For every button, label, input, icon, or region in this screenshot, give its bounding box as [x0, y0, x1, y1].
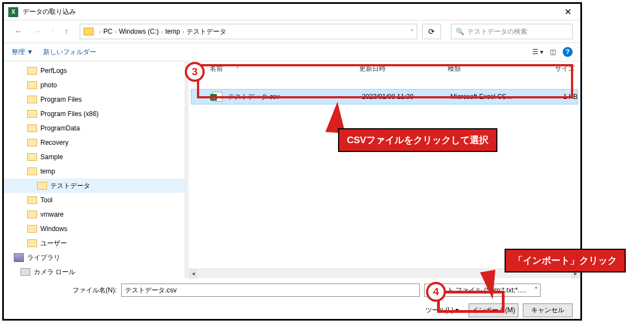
- chevron-right-icon: ›: [115, 28, 117, 35]
- up-button[interactable]: ↑: [62, 25, 71, 38]
- folder-icon: [27, 110, 37, 118]
- tree-item: vmware: [4, 207, 185, 222]
- breadcrumb-dropdown[interactable]: ˅: [411, 29, 413, 35]
- tree-item: Program Files: [4, 92, 185, 107]
- breadcrumb[interactable]: › PC › Windows (C:) › temp › テストデータ ˅: [80, 24, 417, 39]
- chevron-right-icon: ›: [99, 28, 101, 35]
- help-button[interactable]: ?: [563, 47, 573, 57]
- tree-item-cameraroll: カメラ ロール: [4, 265, 185, 278]
- tree-item: Windows: [4, 222, 185, 236]
- tree-item: PerfLogs: [4, 64, 185, 78]
- folder-icon: [27, 96, 37, 103]
- tree-item-selected: テストデータ: [4, 179, 185, 193]
- recent-dropdown[interactable]: ˅: [49, 28, 56, 36]
- tree-item: Program Files (x86): [4, 107, 185, 121]
- tree-item: photo: [4, 78, 185, 92]
- tree-item-libraries: ライブラリ: [4, 250, 185, 265]
- filename-input[interactable]: [121, 284, 420, 297]
- tree-item: ProgramData: [4, 121, 185, 135]
- back-button[interactable]: ←: [12, 25, 25, 38]
- camera-icon: [20, 268, 30, 276]
- breadcrumb-item[interactable]: テストデータ: [186, 27, 226, 36]
- folder-icon: [27, 139, 37, 146]
- breadcrumb-item[interactable]: Windows (C:): [119, 28, 159, 35]
- forward-button[interactable]: →: [30, 25, 44, 38]
- search-input[interactable]: 🔍 テストデータの検索: [451, 24, 573, 39]
- search-icon: 🔍: [456, 28, 464, 35]
- organize-menu[interactable]: 整理 ▼: [12, 48, 33, 57]
- navigation-bar: ← → ˅ ↑ › PC › Windows (C:) › temp › テスト…: [4, 20, 580, 43]
- folder-icon: [27, 225, 37, 233]
- folder-icon: [27, 81, 37, 89]
- tree-item: Sample: [4, 150, 185, 164]
- toolbar: 整理 ▼ 新しいフォルダー ☰ ▾ ◫ ?: [4, 43, 580, 61]
- folder-icon: [27, 167, 37, 175]
- search-placeholder: テストデータの検索: [468, 27, 527, 36]
- folder-tree[interactable]: PerfLogs photo Program Files Program Fil…: [4, 61, 185, 278]
- step-badge-3: 3: [185, 62, 205, 82]
- chevron-right-icon: ›: [161, 28, 163, 35]
- preview-pane-button[interactable]: ◫: [550, 48, 556, 56]
- excel-icon: X: [8, 7, 18, 17]
- folder-icon: [27, 239, 37, 247]
- folder-icon: [37, 182, 47, 190]
- callout-click-import: 「インポート」クリック: [505, 249, 626, 272]
- cancel-button[interactable]: キャンセル: [523, 303, 573, 317]
- scroll-left-button[interactable]: ◄: [189, 269, 198, 279]
- refresh-button[interactable]: ⟳: [422, 24, 441, 39]
- folder-icon: [27, 196, 37, 204]
- filename-label: ファイル名(N):: [72, 286, 117, 295]
- annotation-box: [197, 64, 573, 98]
- folder-icon: [84, 28, 94, 35]
- library-icon: [14, 253, 24, 262]
- folder-icon: [27, 67, 37, 75]
- breadcrumb-item[interactable]: temp: [165, 28, 180, 35]
- folder-icon: [27, 124, 37, 132]
- tree-item: Recovery: [4, 135, 185, 150]
- breadcrumb-item[interactable]: PC: [103, 28, 113, 35]
- folder-icon: [27, 211, 37, 218]
- step-badge-4: 4: [426, 282, 446, 302]
- titlebar: X データの取り込み ✕: [4, 4, 580, 20]
- folder-icon: [27, 153, 37, 161]
- view-mode-button[interactable]: ☰ ▾: [532, 48, 543, 56]
- close-button[interactable]: ✕: [560, 7, 576, 17]
- chevron-down-icon: ˅: [534, 286, 538, 294]
- window-title: データの取り込み: [23, 7, 560, 17]
- callout-select-csv: CSVファイルをクリックして選択: [338, 128, 497, 152]
- tree-item: temp: [4, 164, 185, 179]
- chevron-right-icon: ›: [182, 28, 184, 35]
- tree-item: ユーザー: [4, 236, 185, 250]
- tree-item: Tool: [4, 193, 185, 207]
- new-folder-button[interactable]: 新しいフォルダー: [43, 48, 96, 57]
